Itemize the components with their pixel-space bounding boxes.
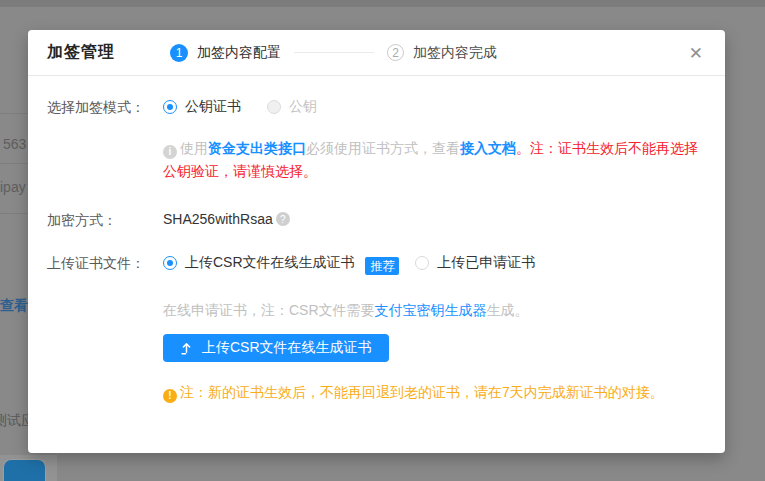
info-icon: i [163,145,177,159]
hint-prefix: 在线申请证书，注：CSR文件需要 [163,302,375,318]
radio-upload-csr[interactable]: 上传CSR文件在线生成证书 [163,254,355,272]
hint-suffix: 生成。 [487,302,529,318]
radio-label: 上传已申请证书 [437,254,535,272]
cert-note-row: !注：新的证书生效后，不能再回退到老的证书，请在7天内完成新证书的对接。 [47,384,705,403]
radio-public-key: 公钥 [267,98,317,116]
encryption-value: SHA256withRsaa ? [163,211,290,227]
radio-circle-icon [267,100,281,114]
dialog-header: 加签管理 1 加签内容配置 2 加签内容完成 ✕ [28,30,725,76]
recommended-badge: 推荐 [365,257,399,275]
warning-icon: ! [163,389,177,403]
docs-link[interactable]: 接入文档 [460,140,516,156]
info-prefix: 使用 [180,140,208,156]
background-app-icon [3,459,46,481]
upload-button-label: 上传CSR文件在线生成证书 [202,339,372,357]
radio-circle-icon [415,256,429,270]
dialog-body: 选择加签模式： 公钥证书 公钥 i使用资金支出类接口必须使用证书方式，查看接入文… [28,76,725,403]
radio-label: 公钥证书 [185,98,241,116]
upload-button-row: 上传CSR文件在线生成证书 [47,334,705,362]
background-divider [0,113,28,114]
sign-mode-row: 选择加签模式： 公钥证书 公钥 [47,98,705,117]
encryption-label: 加密方式： [47,211,163,230]
radio-upload-existing[interactable]: 上传已申请证书 [415,254,535,272]
sign-mode-label: 选择加签模式： [47,98,163,117]
radio-circle-icon [163,256,177,270]
radio-circle-icon [163,100,177,114]
radio-label: 公钥 [289,98,317,116]
sign-mode-options: 公钥证书 公钥 [163,98,705,117]
step-2-circle: 2 [387,44,404,61]
background-divider [0,213,28,214]
cert-note-text: !注：新的证书生效后，不能再回退到老的证书，请在7天内完成新证书的对接。 [163,384,705,403]
step-1-circle: 1 [170,44,188,62]
radio-label: 上传CSR文件在线生成证书 [185,254,355,272]
encryption-algorithm: SHA256withRsaa [163,211,273,227]
funds-api-link[interactable]: 资金支出类接口 [208,140,306,156]
upload-cert-row: 上传证书文件： 上传CSR文件在线生成证书 推荐 上传已申请证书 [47,254,705,275]
help-icon[interactable]: ? [276,212,290,226]
steps-connector [294,52,374,53]
mode-info-text: i使用资金支出类接口必须使用证书方式，查看接入文档。注：证书生效后不能再选择公钥… [163,137,705,183]
background-table-cell: ipay [0,179,26,195]
upload-cert-label: 上传证书文件： [47,254,163,273]
close-icon[interactable]: ✕ [689,44,703,61]
note-message: 注：新的证书生效后，不能再回退到老的证书，请在7天内完成新证书的对接。 [180,384,664,400]
csr-hint-row: 在线申请证书，注：CSR文件需要支付宝密钥生成器生成。 [47,300,705,320]
csr-hint-text: 在线申请证书，注：CSR文件需要支付宝密钥生成器生成。 [163,300,705,320]
background-header-strip [0,0,765,7]
upload-cert-options: 上传CSR文件在线生成证书 推荐 上传已申请证书 [163,254,705,275]
mode-info-row: i使用资金支出类接口必须使用证书方式，查看接入文档。注：证书生效后不能再选择公钥… [47,137,705,183]
upload-csr-button[interactable]: 上传CSR文件在线生成证书 [163,334,389,362]
step-2: 2 加签内容完成 [387,44,497,62]
steps-indicator: 1 加签内容配置 2 加签内容完成 [170,44,497,62]
radio-public-key-cert[interactable]: 公钥证书 [163,98,241,116]
step-1: 1 加签内容配置 [170,44,281,62]
signature-management-dialog: 加签管理 1 加签内容配置 2 加签内容完成 ✕ 选择加签模式： 公钥证书 [28,30,725,453]
step-2-label: 加签内容完成 [413,44,497,62]
info-middle: 必须使用证书方式，查看 [306,140,460,156]
upload-icon [180,342,193,355]
background-divider [0,163,28,164]
encryption-row: 加密方式： SHA256withRsaa ? [47,211,705,230]
keygen-tool-link[interactable]: 支付宝密钥生成器 [375,302,487,318]
dialog-title: 加签管理 [47,42,115,63]
step-1-label: 加签内容配置 [197,44,281,62]
background-table-cell: 563 [3,136,26,152]
